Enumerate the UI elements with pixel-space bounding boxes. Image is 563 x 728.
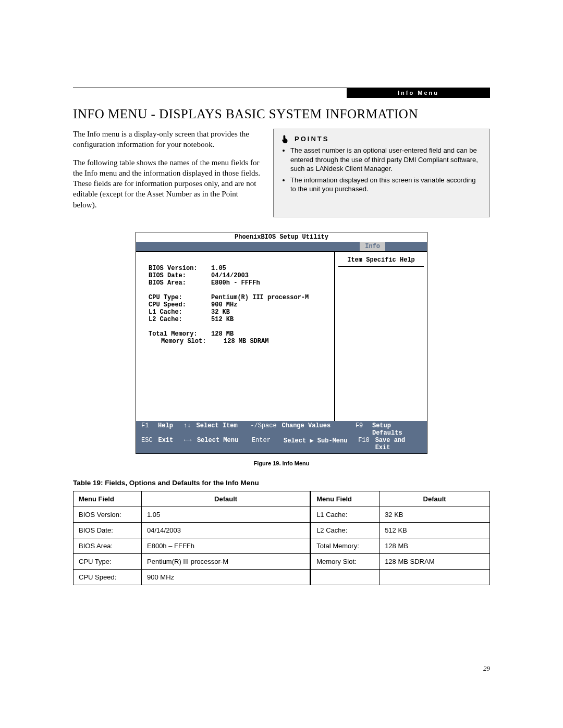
- cell-default: E800h – FFFFh: [142, 538, 311, 553]
- bios-field-label: L1 Cache:: [149, 309, 211, 316]
- bios-footer: F1 Help ↑↓ Select Item -/Space Change Va…: [136, 421, 427, 453]
- table-row: BIOS Date: 04/14/2003 L2 Cache: 512 KB: [74, 522, 490, 538]
- key-action: Select Item: [197, 422, 251, 437]
- page-number: 29: [483, 664, 490, 673]
- cell-default: 32 KB: [380, 507, 490, 522]
- cell-field: CPU Type:: [74, 553, 142, 569]
- cell-default: 1.05: [142, 507, 311, 522]
- bios-panel: PhoenixBIOS Setup Utility Info BIOS Vers…: [136, 232, 427, 454]
- points-item: The information displayed on this screen…: [290, 176, 482, 194]
- cell-default: 512 KB: [380, 522, 490, 538]
- key-action: Setup Defaults: [372, 422, 422, 437]
- cell-field: [311, 569, 380, 585]
- key-action: Exit: [158, 437, 184, 451]
- key-action: Change Values: [282, 422, 356, 437]
- key-label: -/Space: [250, 422, 282, 437]
- hand-point-icon: [281, 134, 290, 144]
- key-label: ↑↓: [183, 422, 197, 437]
- cell-field: L1 Cache:: [311, 507, 380, 522]
- key-label: F10: [358, 437, 375, 451]
- defaults-table: Menu Field Default Menu Field Default BI…: [73, 491, 490, 585]
- cell-field: CPU Speed:: [74, 569, 142, 585]
- th-menu-field: Menu Field: [311, 491, 380, 507]
- key-label: ESC: [141, 437, 158, 451]
- key-label: F1: [141, 422, 158, 437]
- cell-field: BIOS Date:: [74, 522, 142, 538]
- bios-field-label: Memory Slot:: [161, 338, 224, 345]
- cell-default: 900 MHz: [142, 569, 311, 585]
- key-label: ←→: [184, 437, 197, 451]
- bios-field-label: Total Memory:: [149, 330, 211, 338]
- th-default: Default: [380, 491, 490, 507]
- table-title: Table 19: Fields, Options and Defaults f…: [73, 479, 490, 487]
- cell-default: [380, 569, 490, 585]
- bios-field-value: Pentium(R) III processor-M: [211, 294, 309, 301]
- bios-tab-info: Info: [360, 242, 385, 251]
- bios-field-value: 900 MHz: [211, 301, 237, 309]
- points-item: The asset number is an optional user-ent…: [290, 146, 482, 174]
- key-action: Select ▶ Sub-Menu: [284, 437, 358, 451]
- page-title: INFO MENU - DISPLAYS BASIC SYSTEM INFORM…: [73, 107, 490, 121]
- table-row: BIOS Version: 1.05 L1 Cache: 32 KB: [74, 507, 490, 522]
- bios-field-value: 128 MB: [211, 330, 234, 338]
- key-label: F9: [356, 422, 372, 437]
- cell-field: Total Memory:: [311, 538, 380, 553]
- cell-field: L2 Cache:: [311, 522, 380, 538]
- th-menu-field: Menu Field: [74, 491, 142, 507]
- cell-field: BIOS Version:: [74, 507, 142, 522]
- bios-field-label: CPU Speed:: [149, 301, 211, 309]
- points-title: POINTS: [295, 134, 329, 144]
- bios-tab-bar: Info: [136, 242, 427, 251]
- cell-default: Pentium(R) III processor-M: [142, 553, 311, 569]
- bios-window-title: PhoenixBIOS Setup Utility: [136, 232, 427, 242]
- bios-help-pane: Item Specific Help: [334, 252, 427, 421]
- figure-caption: Figure 19. Info Menu: [136, 460, 427, 466]
- bios-field-label: BIOS Area:: [149, 279, 211, 287]
- key-action: Help: [158, 422, 183, 437]
- key-label: Enter: [252, 437, 284, 451]
- th-default: Default: [142, 491, 311, 507]
- key-action: Select Menu: [197, 437, 252, 451]
- table-row: BIOS Area: E800h – FFFFh Total Memory: 1…: [74, 538, 490, 553]
- cell-default: 128 MB SDRAM: [380, 553, 490, 569]
- cell-field: Memory Slot:: [311, 553, 380, 569]
- bios-field-label: L2 Cache:: [149, 316, 211, 323]
- bios-fields: BIOS Version:1.05 BIOS Date:04/14/2003 B…: [136, 252, 334, 421]
- key-action: Save and Exit: [375, 437, 422, 451]
- table-row: CPU Speed: 900 MHz: [74, 569, 490, 585]
- bios-field-label: BIOS Date:: [149, 272, 211, 279]
- bios-field-value: 512 KB: [211, 316, 234, 323]
- table-row: CPU Type: Pentium(R) III processor-M Mem…: [74, 553, 490, 569]
- bios-help-title: Item Specific Help: [338, 255, 424, 267]
- page: Info Menu INFO MENU - DISPLAYS BASIC SYS…: [0, 0, 563, 728]
- bios-field-value: 128 MB SDRAM: [224, 338, 268, 345]
- points-box: POINTS The asset number is an optional u…: [273, 129, 490, 217]
- cell-default: 128 MB: [380, 538, 490, 553]
- cell-field: BIOS Area:: [74, 538, 142, 553]
- bios-field-value: 32 KB: [211, 309, 230, 316]
- intro-text: The Info menu is a display-only screen t…: [73, 129, 261, 217]
- bios-field-value: 04/14/2003: [211, 272, 249, 279]
- intro-p1: The Info menu is a display-only screen t…: [73, 129, 261, 150]
- bios-field-value: 1.05: [211, 265, 226, 272]
- header-tab: Info Menu: [347, 88, 490, 98]
- cell-default: 04/14/2003: [142, 522, 311, 538]
- intro-p2: The following table shows the names of t…: [73, 157, 261, 210]
- bios-field-label: BIOS Version:: [149, 265, 211, 272]
- bios-field-value: E800h - FFFFh: [211, 279, 260, 287]
- bios-field-label: CPU Type:: [149, 294, 211, 301]
